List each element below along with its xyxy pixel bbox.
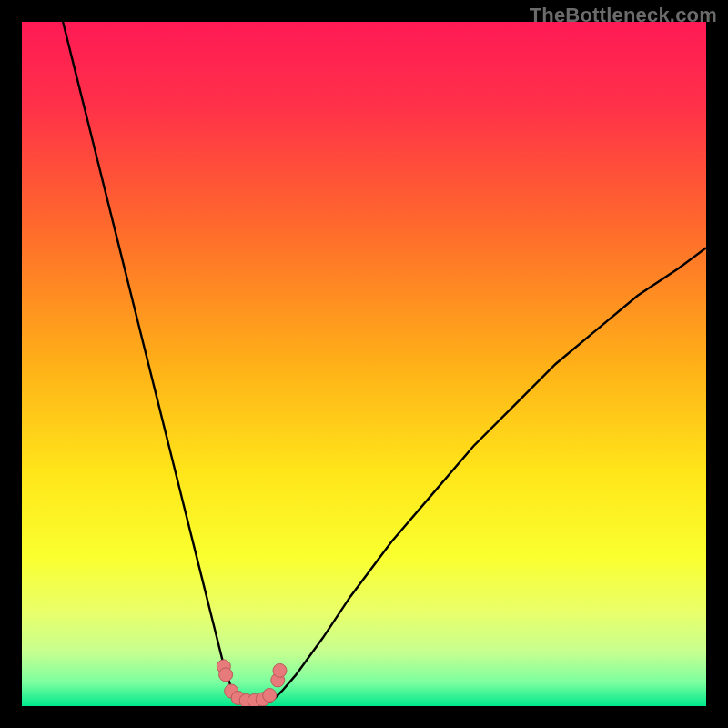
marker-dot [273, 663, 287, 677]
marker-dot [219, 668, 233, 682]
chart-frame [22, 22, 706, 706]
chart-svg [22, 22, 706, 706]
marker-dot [263, 688, 277, 702]
watermark-text: TheBottleneck.com [530, 4, 717, 27]
gradient-background [22, 22, 706, 706]
